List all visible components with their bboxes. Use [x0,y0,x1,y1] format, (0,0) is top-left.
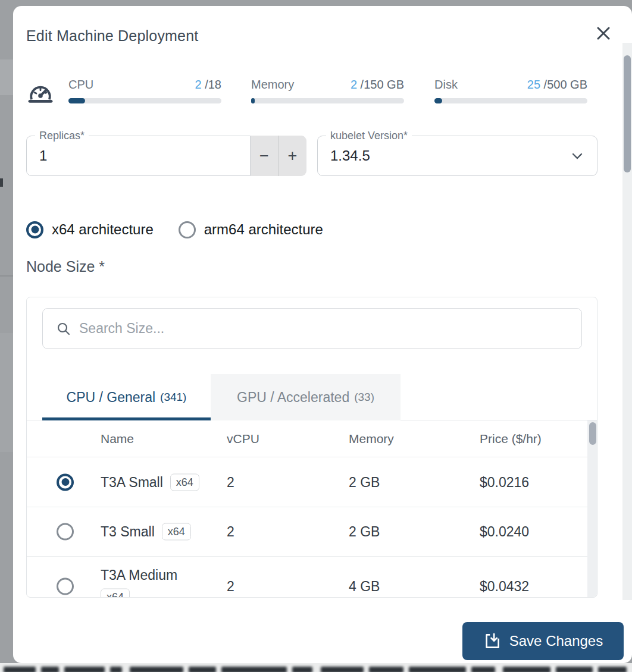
arch-chip: x64 [170,473,199,491]
size-search-box [42,308,582,349]
table-scrollbar[interactable] [587,420,597,598]
increment-button[interactable]: + [279,136,306,176]
decrement-button[interactable]: − [251,136,279,176]
size-table-header: Name vCPU Memory Price ($/hr) [27,420,597,457]
replicas-field[interactable]: Replicas* 1 [26,136,251,176]
cpu-progressbar [68,98,221,103]
memory-meter: Memory 2 /150 GB [251,78,404,109]
node-size-label: Node Size * [26,258,105,275]
kubelet-version-value: 1.34.5 [330,147,370,164]
size-tabs: CPU / General (341) GPU / Accelerated (3… [27,374,597,420]
node-size-card: CPU / General (341) GPU / Accelerated (3… [26,297,597,598]
replicas-value: 1 [39,147,47,164]
architecture-radio-group: x64 architecture arm64 architecture [26,220,340,239]
save-changes-button[interactable]: Save Changes [462,622,624,660]
arch-chip: x64 [101,589,130,598]
search-icon [56,321,71,337]
tab-gpu-accelerated[interactable]: GPU / Accelerated (33) [211,374,401,420]
save-button-label: Save Changes [509,633,603,649]
radio-x64-label: x64 architecture [52,221,154,238]
disk-meter-label: Disk [434,78,458,92]
background-page-text [0,663,632,672]
disk-progressbar [434,98,587,103]
cpu-total: /18 [205,78,221,91]
tab-cpu-general[interactable]: CPU / General (341) [42,374,211,420]
memory-progressbar [251,98,404,103]
size-row-t3-small[interactable]: T3 Small x64 2 2 GB $0.0240 [27,507,597,557]
cpu-meter-label: CPU [68,78,93,92]
disk-used: 25 [527,78,540,91]
arch-chip: x64 [162,523,191,541]
replicas-stepper: − + [251,136,306,176]
row-radio[interactable] [57,523,74,541]
search-input[interactable] [79,321,581,337]
gauge-icon [27,80,54,106]
edit-machine-deployment-dialog: Edit Machine Deployment CPU 2 /18 Memory… [13,6,632,663]
chevron-down-icon [571,149,584,162]
cpu-used: 2 [195,78,202,91]
dialog-scrollbar[interactable] [622,43,632,600]
memory-total: /150 GB [361,78,404,91]
memory-meter-label: Memory [251,78,294,92]
radio-arm64[interactable] [179,221,196,238]
memory-used: 2 [351,78,357,91]
cpu-meter: CPU 2 /18 [68,78,221,109]
disk-meter: Disk 25 /500 GB [434,78,587,109]
kubelet-version-label: kubelet Version* [326,130,412,142]
close-icon[interactable] [594,24,613,43]
size-row-t3a-medium[interactable]: T3A Medium x64 2 4 GB $0.0432 [27,557,597,598]
size-row-t3a-small[interactable]: T3A Small x64 2 2 GB $0.0216 [27,457,597,507]
radio-arm64-label: arm64 architecture [204,221,323,238]
save-icon [483,632,501,650]
replicas-label: Replicas* [35,130,89,142]
row-radio-selected[interactable] [57,473,74,491]
size-table: Name vCPU Memory Price ($/hr) T3A Small … [27,420,597,598]
kubelet-version-select[interactable]: kubelet Version* 1.34.5 [317,136,597,176]
row-radio[interactable] [57,578,74,595]
radio-x64[interactable] [26,221,43,238]
dialog-title: Edit Machine Deployment [26,27,198,45]
disk-total: /500 GB [544,78,587,91]
